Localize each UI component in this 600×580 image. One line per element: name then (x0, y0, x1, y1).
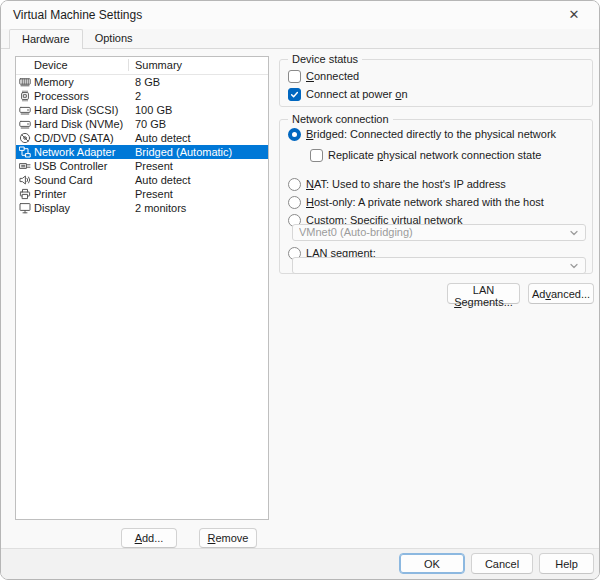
device-row-usb-controller[interactable]: USB ControllerPresent (16, 159, 268, 173)
network-connection-title: Network connection (288, 113, 393, 125)
device-name: Sound Card (34, 173, 93, 187)
combo-value: VMnet0 (Auto-bridging) (299, 225, 569, 240)
device-row-network-adapter[interactable]: Network AdapterBridged (Automatic) (16, 145, 268, 159)
checkbox-box[interactable] (288, 70, 301, 83)
ok-button[interactable]: OK (399, 553, 465, 574)
display-icon (19, 202, 31, 214)
network-adapter-icon (19, 146, 31, 158)
checkbox-box[interactable] (310, 149, 323, 162)
radio-circle[interactable] (288, 178, 301, 191)
device-name: Processors (34, 89, 89, 103)
help-button[interactable]: Help (539, 553, 594, 574)
checkbox-label: Replicate physical network connection st… (328, 149, 541, 161)
sound-card-icon (19, 174, 31, 186)
device-name: CD/DVD (SATA) (34, 131, 114, 145)
chevron-down-icon (569, 261, 579, 271)
checkbox-connect-at-power-on[interactable]: Connect at power on (288, 86, 408, 102)
device-name: Memory (34, 75, 74, 89)
device-status-title: Device status (288, 53, 362, 65)
memory-icon (19, 76, 31, 88)
radio-bridged-connected-directly-to-[interactable]: Bridged: Connected directly to the physi… (288, 126, 556, 142)
device-summary: Auto detect (135, 131, 191, 145)
device-row-memory[interactable]: Memory8 GB (16, 75, 268, 89)
usb-controller-icon (19, 160, 31, 172)
hardware-tab-page: Device Summary Memory8 GBProcessors2Hard… (1, 48, 599, 549)
device-summary: Bridged (Automatic) (135, 145, 232, 159)
radio-label: Host-only: A private network shared with… (306, 196, 544, 208)
radio-label: NAT: Used to share the host's IP address (306, 178, 506, 190)
lan-segment-select[interactable] (292, 257, 586, 274)
custom-network-select[interactable]: VMnet0 (Auto-bridging) (292, 224, 586, 241)
radio-circle[interactable] (288, 128, 301, 141)
device-row-processors[interactable]: Processors2 (16, 89, 268, 103)
device-summary: 100 GB (135, 103, 172, 117)
remove-button[interactable]: Remove (199, 528, 257, 548)
network-connection-group: Network connection Bridged: Connected di… (279, 119, 593, 274)
advanced-button[interactable]: Advanced... (528, 283, 594, 304)
radio-label: Bridged: Connected directly to the physi… (306, 128, 556, 140)
column-separator[interactable] (128, 59, 129, 71)
radio-host-only-a-private-network-sh[interactable]: Host-only: A private network shared with… (288, 194, 544, 210)
cd-dvd-icon (19, 132, 31, 144)
radio-nat-used-to-share-the-host-s-i[interactable]: NAT: Used to share the host's IP address (288, 176, 506, 192)
radio-circle[interactable] (288, 196, 301, 209)
device-name: Display (34, 201, 70, 215)
lan-segments-button[interactable]: LAN Segments... (447, 283, 520, 304)
printer-icon (19, 188, 31, 200)
device-summary: 8 GB (135, 75, 160, 89)
tab-bar: HardwareOptions (9, 29, 145, 49)
checkbox-connected[interactable]: Connected (288, 68, 359, 84)
device-status-group: Device status ConnectedConnect at power … (279, 59, 593, 107)
checkbox-replicate-physical-network-con[interactable]: Replicate physical network connection st… (310, 147, 541, 163)
processor-icon (19, 90, 31, 102)
device-summary: 2 (135, 89, 141, 103)
device-summary: Auto detect (135, 173, 191, 187)
virtual-machine-settings-dialog: Virtual Machine Settings ✕ HardwareOptio… (0, 0, 600, 580)
hard-disk-icon (19, 118, 31, 130)
column-header-device[interactable]: Device (34, 59, 68, 71)
device-row-hard-disk-scsi[interactable]: Hard Disk (SCSI)100 GB (16, 103, 268, 117)
checkbox-box[interactable] (288, 88, 301, 101)
window-title: Virtual Machine Settings (13, 8, 142, 22)
column-header-summary[interactable]: Summary (135, 59, 182, 71)
device-name: Network Adapter (34, 145, 115, 159)
add-button[interactable]: Add... (121, 528, 177, 548)
checkbox-label: Connect at power on (306, 88, 408, 100)
device-row-printer[interactable]: PrinterPresent (16, 187, 268, 201)
device-rows: Memory8 GBProcessors2Hard Disk (SCSI)100… (16, 75, 268, 215)
footer: OK Cancel Help (1, 548, 599, 579)
device-row-sound-card[interactable]: Sound CardAuto detect (16, 173, 268, 187)
device-row-display[interactable]: Display2 monitors (16, 201, 268, 215)
titlebar: Virtual Machine Settings ✕ (1, 1, 599, 29)
hard-disk-icon (19, 104, 31, 116)
checkbox-label: Connected (306, 70, 359, 82)
device-list-header: Device Summary (16, 57, 268, 75)
device-list: Device Summary Memory8 GBProcessors2Hard… (15, 56, 269, 520)
tab-hardware[interactable]: Hardware (9, 29, 83, 49)
device-row-cd-dvd-sata[interactable]: CD/DVD (SATA)Auto detect (16, 131, 268, 145)
device-summary: Present (135, 187, 173, 201)
device-name: USB Controller (34, 159, 107, 173)
device-summary: 70 GB (135, 117, 166, 131)
device-name: Hard Disk (NVMe) (34, 117, 123, 131)
device-name: Hard Disk (SCSI) (34, 103, 118, 117)
tab-options[interactable]: Options (83, 29, 145, 49)
device-name: Printer (34, 187, 66, 201)
device-summary: Present (135, 159, 173, 173)
chevron-down-icon (569, 228, 579, 238)
device-summary: 2 monitors (135, 201, 186, 215)
cancel-button[interactable]: Cancel (471, 553, 533, 574)
device-row-hard-disk-nvme[interactable]: Hard Disk (NVMe)70 GB (16, 117, 268, 131)
close-icon[interactable]: ✕ (561, 5, 587, 25)
